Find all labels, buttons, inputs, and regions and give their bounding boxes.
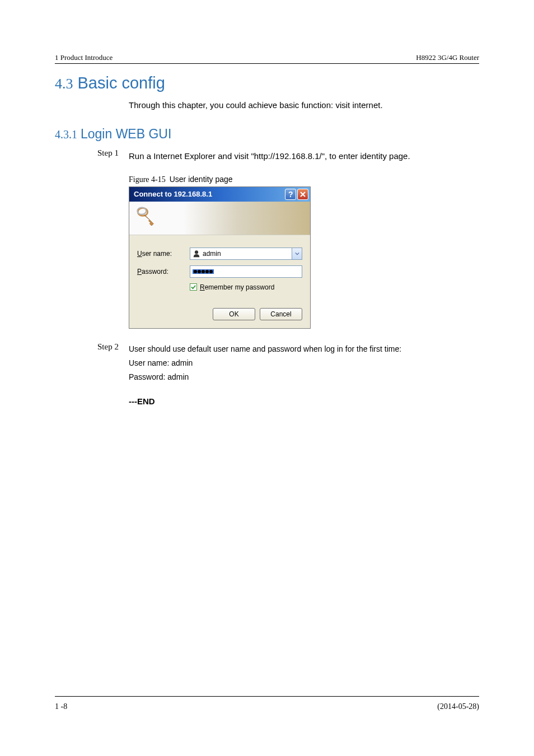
page-header: 1 Product Introduce H8922 3G/4G Router	[55, 0, 479, 64]
user-icon	[193, 250, 200, 258]
chevron-down-icon	[295, 251, 299, 256]
subsection-title-text: Login WEB GUI	[81, 127, 171, 141]
page-number: 1 -8	[55, 702, 67, 711]
dialog-buttons: OK Cancel	[137, 308, 302, 320]
step-2: Step 2 User should use default user name…	[97, 342, 479, 385]
subsection-title: 4.3.1Login WEB GUI	[55, 127, 479, 142]
step-2-line1: User should use default user name and pa…	[129, 342, 479, 356]
dialog-title: Connect to 192.168.8.1	[134, 190, 212, 198]
step-2-label: Step 2	[97, 342, 129, 385]
figure-number: Figure 4-15	[129, 175, 166, 184]
section-title-text: Basic config	[78, 74, 165, 92]
remember-row[interactable]: Remember my password	[190, 283, 302, 291]
checkmark-icon	[191, 284, 196, 290]
password-row: Password:	[137, 265, 302, 278]
username-field[interactable]: admin	[190, 248, 302, 260]
subsection-number: 4.3.1	[55, 128, 77, 141]
close-icon	[299, 191, 306, 198]
password-label: Password:	[137, 268, 190, 276]
username-row: User name: admin	[137, 248, 302, 260]
dialog-banner	[129, 202, 310, 235]
product-name: H8922 3G/4G Router	[416, 53, 479, 62]
figure-label: User identity page	[170, 175, 233, 184]
dialog-titlebar: Connect to 192.168.8.1 ?	[129, 187, 310, 202]
ok-button[interactable]: OK	[213, 308, 255, 320]
titlebar-buttons: ?	[285, 189, 308, 200]
section-title: 4.3Basic config	[55, 74, 479, 92]
step-2-line3: Password: admin	[129, 370, 479, 384]
remember-label: Remember my password	[200, 283, 274, 291]
help-button[interactable]: ?	[285, 189, 296, 200]
step-2-text: User should use default user name and pa…	[129, 342, 479, 385]
keys-icon	[135, 206, 158, 230]
username-label: User name:	[137, 250, 190, 258]
username-input[interactable]: admin	[190, 248, 292, 260]
password-input[interactable]	[190, 265, 302, 278]
username-value: admin	[203, 250, 221, 258]
close-button[interactable]	[297, 189, 308, 200]
svg-text:?: ?	[288, 190, 293, 198]
help-icon: ?	[287, 190, 294, 198]
remember-checkbox[interactable]	[190, 283, 197, 291]
section-number: 4.3	[55, 76, 73, 92]
dialog-body: User name: admin Password:	[129, 235, 310, 328]
cancel-button[interactable]: Cancel	[260, 308, 302, 320]
page-date: (2014-05-28)	[437, 702, 479, 711]
chapter-ref: 1 Product Introduce	[55, 53, 113, 62]
username-dropdown-button[interactable]	[292, 248, 302, 260]
end-marker: ---END	[129, 396, 479, 406]
page-footer: 1 -8 (2014-05-28)	[55, 696, 479, 711]
auth-dialog: Connect to 192.168.8.1 ?	[129, 186, 311, 329]
dialog-screenshot: Connect to 192.168.8.1 ?	[129, 186, 479, 329]
step-2-line2: User name: admin	[129, 356, 479, 370]
svg-point-3	[195, 250, 198, 254]
section-intro: Through this chapter, you could achieve …	[129, 100, 479, 110]
step-1: Step 1 Run a Internet Explorer and visit…	[97, 148, 479, 165]
step-1-text: Run a Internet Explorer and visit "http:…	[129, 148, 479, 165]
figure-caption: Figure 4-15 User identity page	[129, 175, 479, 184]
step-1-label: Step 1	[97, 148, 129, 165]
password-dots	[193, 269, 214, 274]
